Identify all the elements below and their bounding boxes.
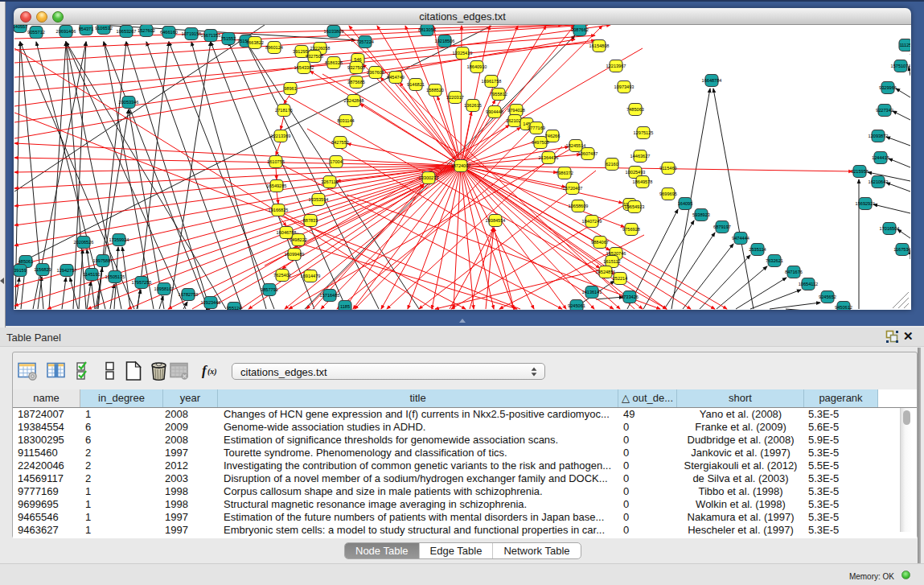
svg-text:10719155: 10719155 — [182, 31, 202, 36]
svg-text:15751074: 15751074 — [891, 64, 910, 68]
svg-text:98961: 98961 — [284, 86, 297, 91]
svg-text:7632621: 7632621 — [766, 258, 783, 263]
svg-text:2367608: 2367608 — [367, 70, 384, 75]
svg-text:14524851: 14524851 — [596, 270, 616, 274]
svg-text:14136141: 14136141 — [582, 290, 602, 295]
svg-text:9857791: 9857791 — [261, 287, 278, 292]
svg-text:16648784: 16648784 — [702, 78, 722, 83]
svg-text:8186328: 8186328 — [325, 60, 343, 65]
svg-text:23242848: 23242848 — [344, 98, 364, 103]
svg-text:7986372: 7986372 — [556, 171, 573, 175]
svg-text:14463627: 14463627 — [630, 154, 651, 159]
svg-text:7485063: 7485063 — [626, 107, 644, 112]
svg-text:16782759: 16782759 — [179, 292, 199, 297]
svg-text:16961758: 16961758 — [482, 79, 502, 84]
svg-text:15716485: 15716485 — [320, 293, 340, 298]
svg-text:887833: 887833 — [303, 218, 318, 223]
svg-text:16543382: 16543382 — [294, 65, 314, 70]
svg-text:9245061: 9245061 — [568, 303, 585, 308]
svg-text:1185: 1185 — [340, 304, 350, 309]
svg-text:7955812: 7955812 — [490, 92, 507, 97]
svg-text:10658609: 10658609 — [569, 204, 589, 208]
svg-text:9699695: 9699695 — [659, 192, 677, 196]
svg-text:16671355: 16671355 — [201, 33, 221, 38]
svg-text:2535114: 2535114 — [749, 247, 766, 252]
svg-text:19218506: 19218506 — [435, 39, 455, 43]
svg-text:16154808: 16154808 — [589, 43, 610, 48]
svg-text:16914479: 16914479 — [301, 274, 321, 278]
svg-text:9245652: 9245652 — [819, 295, 836, 299]
svg-text:854371: 854371 — [79, 27, 94, 31]
svg-text:751552: 751552 — [221, 36, 236, 41]
svg-text:9904448: 9904448 — [486, 109, 503, 114]
svg-text:18640910: 18640910 — [467, 64, 487, 69]
svg-text:18649578: 18649578 — [633, 179, 653, 184]
svg-text:18245514: 18245514 — [566, 143, 586, 148]
svg-text:15720407: 15720407 — [563, 186, 583, 191]
svg-text:10607487: 10607487 — [578, 151, 598, 156]
svg-text:10025493: 10025493 — [626, 170, 646, 175]
svg-text:12093872: 12093872 — [869, 134, 889, 138]
svg-text:746266: 746266 — [545, 134, 561, 138]
svg-text:11125: 11125 — [900, 43, 910, 47]
svg-text:955124: 955124 — [227, 306, 242, 310]
svg-text:3875685: 3875685 — [347, 80, 365, 84]
svg-text:7357224: 7357224 — [356, 39, 374, 44]
svg-text:9777169: 9777169 — [528, 126, 545, 130]
svg-text:18407249: 18407249 — [582, 219, 602, 224]
svg-text:12923446: 12923446 — [201, 300, 221, 305]
svg-text:(x): (x) — [207, 367, 217, 377]
svg-text:23300273: 23300273 — [419, 175, 439, 180]
svg-text:19166825: 19166825 — [269, 208, 289, 212]
svg-text:6466160: 6466160 — [160, 30, 178, 35]
svg-text:9106532: 9106532 — [95, 26, 113, 31]
svg-text:10653267: 10653267 — [117, 29, 137, 34]
svg-text:9474444: 9474444 — [732, 236, 749, 241]
svg-text:6879197: 6879197 — [713, 225, 731, 229]
svg-text:1362615: 1362615 — [464, 103, 482, 108]
svg-text:252214: 252214 — [613, 276, 628, 281]
svg-text:3220317: 3220317 — [446, 95, 464, 100]
svg-text:1167534: 1167534 — [893, 247, 910, 252]
svg-text:7625402: 7625402 — [273, 273, 291, 278]
svg-text:10654112: 10654112 — [799, 282, 818, 286]
svg-text:9327508: 9327508 — [306, 54, 323, 59]
svg-text:16210643: 16210643 — [869, 179, 889, 184]
svg-text:9756928: 9756928 — [622, 227, 640, 232]
svg-text:9055712: 9055712 — [27, 30, 45, 35]
svg-text:20206526: 20206526 — [74, 240, 94, 245]
svg-text:12942757: 12942757 — [57, 268, 77, 273]
svg-text:1733426: 1733426 — [621, 295, 639, 299]
svg-text:1615112: 1615112 — [603, 259, 620, 264]
svg-text:5938923: 5938923 — [692, 212, 710, 217]
svg-text:1244415: 1244415 — [872, 155, 889, 160]
svg-text:8031144: 8031144 — [337, 118, 354, 123]
svg-text:1610755: 1610755 — [267, 159, 285, 164]
svg-text:2087662: 2087662 — [571, 27, 589, 32]
svg-text:8427552: 8427552 — [331, 140, 349, 145]
svg-text:9450612: 9450612 — [835, 305, 852, 310]
svg-text:17957255: 17957255 — [132, 280, 152, 285]
svg-text:1588520: 1588520 — [426, 88, 444, 93]
svg-text:13325419: 13325419 — [453, 51, 473, 56]
svg-text:20053346: 20053346 — [119, 100, 139, 105]
svg-text:9327505: 9327505 — [347, 65, 365, 70]
svg-text:21364436: 21364436 — [539, 155, 559, 160]
svg-text:1156829: 1156829 — [34, 267, 51, 272]
svg-text:9227342: 9227342 — [876, 108, 893, 113]
svg-text:19384554: 19384554 — [486, 218, 506, 223]
svg-text:16099489: 16099489 — [285, 252, 305, 257]
svg-text:15692921: 15692921 — [856, 201, 876, 206]
svg-text:1527602: 1527602 — [138, 28, 155, 33]
svg-text:8454749: 8454749 — [387, 75, 405, 80]
svg-text:8813054: 8813054 — [418, 27, 436, 32]
svg-text:2718176: 2718176 — [275, 108, 293, 113]
svg-text:3267110: 3267110 — [321, 179, 338, 184]
svg-text:39159: 39159 — [14, 268, 27, 273]
svg-text:19654923: 19654923 — [625, 204, 645, 209]
svg-text:9115460: 9115460 — [659, 166, 676, 171]
svg-text:20691406: 20691406 — [56, 29, 76, 34]
svg-text:12213967: 12213967 — [606, 64, 626, 68]
svg-text:6497508: 6497508 — [532, 140, 549, 145]
svg-text:62160: 62160 — [606, 162, 618, 167]
